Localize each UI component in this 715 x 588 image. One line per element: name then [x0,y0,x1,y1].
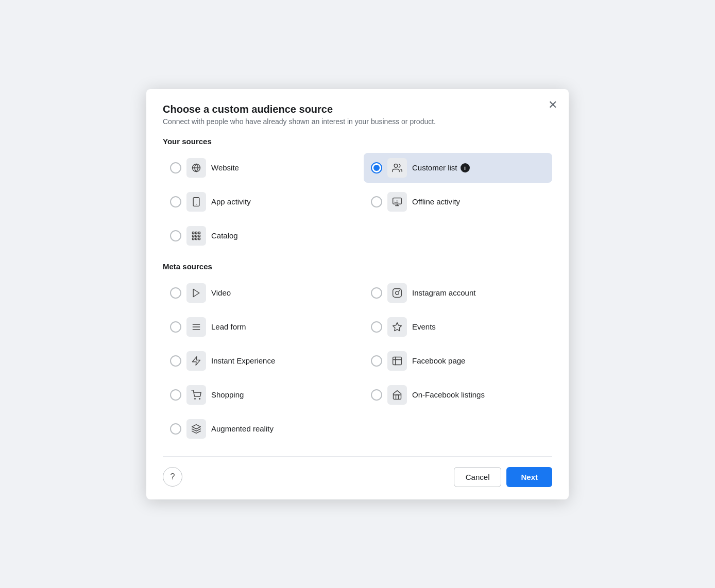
your-sources-grid: Website Customer list i App activity [163,153,552,251]
svg-rect-12 [195,235,197,236]
svg-rect-11 [193,235,194,236]
radio-video[interactable] [170,287,181,299]
svg-rect-24 [393,357,402,365]
svg-rect-10 [198,232,200,233]
video-icon-box [186,283,206,303]
app-activity-label: App activity [211,197,251,206]
shopping-icon [191,390,201,400]
option-listings[interactable]: On-Facebook listings [364,380,552,410]
offline-activity-icon-box [387,192,407,212]
instant-experience-icon-box [186,351,206,371]
svg-line-33 [196,429,200,431]
close-button[interactable]: ✕ [548,99,557,111]
help-button[interactable]: ? [163,467,182,487]
ar-icon-box [186,419,206,439]
option-events[interactable]: Events [364,312,552,342]
svg-rect-9 [195,232,197,233]
radio-catalog[interactable] [170,230,181,241]
catalog-icon [191,231,201,241]
option-customer-list[interactable]: Customer list i [364,153,552,183]
next-button[interactable]: Next [506,467,552,487]
radio-ar[interactable] [170,423,181,435]
option-catalog[interactable]: Catalog [163,221,351,251]
facebook-page-icon-box [387,351,407,371]
app-activity-icon-box [186,192,206,212]
video-label: Video [211,288,231,297]
svg-rect-14 [193,238,194,239]
catalog-icon-box [186,226,206,246]
listings-label: On-Facebook listings [412,390,485,399]
radio-instant-experience[interactable] [170,355,181,367]
ar-icon [191,424,201,434]
events-icon [392,322,402,332]
instagram-icon [392,288,402,298]
listings-icon-box [387,385,407,405]
website-icon-box [186,158,206,178]
option-website[interactable]: Website [163,153,351,183]
instant-experience-label: Instant Experience [211,356,275,365]
svg-marker-17 [193,289,199,297]
radio-lead-form[interactable] [170,321,181,333]
svg-point-28 [199,398,200,399]
website-label: Website [211,163,239,172]
svg-point-27 [195,398,196,399]
option-ar[interactable]: Augmented reality [163,414,351,444]
listings-icon [392,390,402,400]
radio-customer-list[interactable] [371,162,382,174]
radio-events[interactable] [371,321,382,333]
instagram-label: Instagram account [412,288,475,297]
meta-sources-label: Meta sources [163,262,552,271]
shopping-icon-box [186,385,206,405]
phone-icon [191,197,201,207]
customer-list-icon [392,163,402,173]
modal-title: Choose a custom audience source [163,103,552,115]
svg-rect-18 [393,288,402,297]
lead-form-label: Lead form [211,322,246,331]
footer-actions: Cancel Next [454,467,552,487]
customer-list-icon-box [387,158,407,178]
svg-rect-16 [198,238,200,239]
modal-subtitle: Connect with people who have already sho… [163,117,552,126]
svg-rect-8 [193,232,194,233]
radio-instagram[interactable] [371,287,382,299]
shopping-label: Shopping [211,390,244,399]
your-sources-label: Your sources [163,137,552,146]
option-shopping[interactable]: Shopping [163,380,351,410]
facebook-page-icon [392,356,402,366]
option-lead-form[interactable]: Lead form [163,312,351,342]
svg-rect-13 [198,235,200,236]
option-app-activity[interactable]: App activity [163,187,351,217]
svg-marker-23 [393,322,402,331]
offline-icon [392,197,402,207]
customer-list-info-icon: i [461,163,470,172]
instant-icon [191,356,201,366]
lead-form-icon [191,322,201,332]
modal-header: Choose a custom audience source Connect … [163,103,552,126]
option-offline-activity[interactable]: Offline activity [364,187,552,217]
option-instagram[interactable]: Instagram account [364,278,552,308]
radio-app-activity[interactable] [170,196,181,207]
option-facebook-page[interactable]: Facebook page [364,346,552,376]
facebook-page-label: Facebook page [412,356,465,365]
option-instant-experience[interactable]: Instant Experience [163,346,351,376]
svg-rect-15 [195,238,197,239]
footer: ? Cancel Next [163,467,552,487]
customer-list-label: Customer list [412,163,457,172]
catalog-label: Catalog [211,231,238,240]
svg-point-1 [394,164,398,167]
video-icon [191,288,201,298]
cancel-button[interactable]: Cancel [454,467,502,487]
radio-facebook-page[interactable] [371,355,382,367]
ar-label: Augmented reality [211,424,274,433]
option-video[interactable]: Video [163,278,351,308]
radio-listings[interactable] [371,389,382,401]
globe-icon [191,163,201,173]
radio-website[interactable] [170,162,181,174]
radio-shopping[interactable] [170,389,181,401]
events-label: Events [412,322,436,331]
svg-rect-2 [193,197,199,206]
lead-form-icon-box [186,317,206,337]
radio-offline-activity[interactable] [371,196,382,207]
meta-sources-grid: Video Instagram account Lead form Events [163,278,552,444]
modal: Choose a custom audience source Connect … [146,89,569,499]
